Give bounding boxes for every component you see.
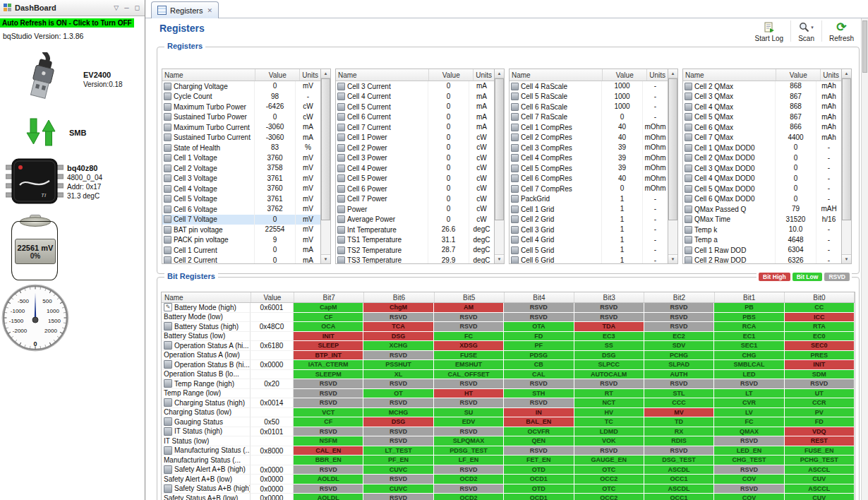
- register-row[interactable]: Cell 4 CompRes39mOhm: [510, 153, 668, 164]
- bit-register-row[interactable]: Safety Alert A+B (low)0x0000AOLDLRSVDOCD…: [162, 475, 855, 484]
- register-row[interactable]: Power0cW: [336, 204, 494, 215]
- bit-register-row[interactable]: IT Status (low)NSFMRSVDSLPQMAXQENVOKRDIS…: [162, 436, 855, 446]
- register-row[interactable]: Cell 3 Voltage3761mV: [162, 174, 320, 184]
- register-row[interactable]: Cell 6 Current0mA: [336, 112, 494, 123]
- register-row[interactable]: Cell 1 Voltage3760mV: [162, 153, 320, 164]
- bit-register-row[interactable]: Safety Alert A+B (high)0x0000RSVDCUVCRSV…: [162, 465, 855, 475]
- register-row[interactable]: Cell 5 CompRes39mOhm: [510, 163, 668, 174]
- register-row[interactable]: Cell 6 Power0cW: [336, 184, 494, 194]
- register-row[interactable]: Cell 2 QMax DOD00-: [683, 153, 841, 164]
- bit-register-row[interactable]: Operation Status A (hi...0x6180SLEEPXCHG…: [162, 341, 855, 351]
- register-row[interactable]: PackGrid1-: [510, 194, 668, 205]
- scan-button[interactable]: ▾ Scan: [792, 18, 821, 44]
- register-row[interactable]: Cell 1 Grid1-: [510, 204, 668, 215]
- register-row[interactable]: Cell 2 Current0mA: [162, 256, 320, 264]
- bit-register-row[interactable]: IT Status (high)0x0101RSVDRSVDRSVDOCVFRL…: [162, 427, 855, 437]
- bit-register-row[interactable]: Safety Status A+B (high)0x0000RSVDCUVCRS…: [162, 484, 855, 494]
- scroll-thumb[interactable]: [668, 78, 677, 220]
- register-row[interactable]: Temp k10.0-: [683, 225, 841, 235]
- bit-register-row[interactable]: Battery Mode (low)CFRSVDRSVDRSVDRSVDRSVD…: [162, 313, 855, 323]
- register-row[interactable]: Cell 4 QMax868mAh: [683, 102, 841, 112]
- register-row[interactable]: Cell 5 Current0mA: [336, 102, 494, 112]
- register-row[interactable]: Cell 3 Grid1-: [510, 225, 668, 235]
- register-row[interactable]: Cell 2 Power0cW: [336, 143, 494, 153]
- scroll-down-icon[interactable]: ▼: [321, 254, 330, 263]
- register-row[interactable]: Cell 7 Current0mA: [336, 122, 494, 133]
- register-row[interactable]: Cell 7 CompRes0mOhm: [510, 184, 668, 194]
- auto-refresh-toggle[interactable]: Auto Refresh is ON - Click to Turn OFF: [0, 18, 134, 28]
- register-row[interactable]: Cell 6 QMax DOD00-: [683, 194, 841, 205]
- bit-register-row[interactable]: Safety Status A+B (low)0x0000AOLDLRSVDOC…: [162, 494, 855, 500]
- register-row[interactable]: Cell 4 Grid1-: [510, 235, 668, 246]
- view-menu-icon[interactable]: ▽: [112, 1, 120, 15]
- register-row[interactable]: PACK pin voltage9mV: [162, 235, 320, 246]
- register-row[interactable]: Maximum Turbo Power-6426cW: [162, 102, 320, 112]
- register-row[interactable]: Cell 2 CompRes40mOhm: [510, 133, 668, 143]
- main-scrollbar[interactable]: [861, 18, 868, 500]
- scroll-up-icon[interactable]: ▲: [495, 69, 504, 78]
- bit-register-row[interactable]: ✎Battery Mode (high)0x6001CapMChgMAMRSVD…: [162, 303, 855, 313]
- minimize-icon[interactable]: ─: [123, 1, 130, 15]
- scroll-thumb[interactable]: [321, 78, 330, 220]
- register-row[interactable]: Cell 4 Voltage3760mV: [162, 184, 320, 194]
- bit-register-row[interactable]: Charging Status (high)0x0014RSVDRSVDRSVD…: [162, 398, 855, 408]
- register-row[interactable]: Cell 1 Current0mA: [162, 245, 320, 256]
- register-row[interactable]: Cell 7 QMax4400mAh: [683, 133, 841, 143]
- table-scrollbar[interactable]: ▲▼: [841, 69, 851, 263]
- register-row[interactable]: Cell 6 Voltage3762mV: [162, 204, 320, 215]
- bit-register-row[interactable]: Manufacturing Status (...0x8000CAL_ENLT_…: [162, 446, 855, 456]
- register-row[interactable]: Cell 7 Power0cW: [336, 194, 494, 205]
- register-row[interactable]: Cell 3 Power0cW: [336, 153, 494, 164]
- register-row[interactable]: Cell 4 Power0cW: [336, 163, 494, 174]
- register-row[interactable]: Cell 5 RaScale1000-: [510, 92, 668, 102]
- scan-dropdown-icon[interactable]: ▾: [811, 25, 814, 30]
- register-row[interactable]: TS3 Temperature29.9degC: [336, 256, 494, 264]
- register-row[interactable]: Cell 6 QMax866mAh: [683, 122, 841, 133]
- scroll-thumb[interactable]: [842, 78, 851, 220]
- scroll-up-icon[interactable]: ▲: [321, 69, 330, 78]
- register-row[interactable]: QMax Time31520h/16: [683, 215, 841, 225]
- register-row[interactable]: Maximum Turbo Current-3060mA: [162, 122, 320, 133]
- bit-register-row[interactable]: Operation Status A (low)BTP_INTRSVDFUSEP…: [162, 351, 855, 361]
- start-log-button[interactable]: Start Log: [749, 18, 790, 44]
- register-row[interactable]: Int Temperature26.6degC: [336, 225, 494, 235]
- register-row[interactable]: BAT pin voltage22554mV: [162, 225, 320, 235]
- register-row[interactable]: Cell 7 RaScale0-: [510, 112, 668, 123]
- scroll-down-icon[interactable]: ▼: [668, 254, 677, 263]
- bit-register-row[interactable]: Temp Range (high)0x20RSVDRSVDRSVDRSVDRSV…: [162, 379, 855, 389]
- scroll-thumb[interactable]: [495, 78, 504, 220]
- register-row[interactable]: Cell 4 RaScale1000-: [510, 81, 668, 92]
- bit-register-row[interactable]: Charging Status (low)VCTMCHGSUINHVMVLVPV: [162, 408, 855, 418]
- register-row[interactable]: Cell 5 Voltage3761mV: [162, 194, 320, 205]
- register-row[interactable]: Cell 5 Grid1-: [510, 245, 668, 256]
- register-row[interactable]: Cell 4 QMax DOD00-: [683, 174, 841, 184]
- register-row[interactable]: Cell 3 QMax867mAh: [683, 92, 841, 102]
- register-row[interactable]: Cell 1 CompRes40mOhm: [510, 122, 668, 133]
- register-row[interactable]: Sustained Turbo Current-3060mA: [162, 133, 320, 143]
- main-scroll-thumb[interactable]: [862, 20, 867, 73]
- register-row[interactable]: Cell 5 QMax867mAh: [683, 112, 841, 123]
- register-row[interactable]: Cell 6 CompRes40mOhm: [510, 174, 668, 184]
- register-row[interactable]: Cycle Count98-: [162, 92, 320, 102]
- register-row[interactable]: QMax Passed Q79mAH: [683, 204, 841, 215]
- bit-register-row[interactable]: Operation Status B (lo...SLEEPMXLCAL_OFF…: [162, 370, 855, 380]
- bit-register-row[interactable]: Gauging Status0x50CFDSGEDVBAL_ENTCTDFCFD: [162, 417, 855, 427]
- register-row[interactable]: Cell 7 Voltage0mV: [162, 215, 320, 225]
- register-row[interactable]: Charging Voltage0mV: [162, 81, 320, 92]
- scroll-down-icon[interactable]: ▼: [495, 254, 504, 263]
- refresh-button[interactable]: ⟳ Refresh: [823, 18, 860, 44]
- scroll-up-icon[interactable]: ▲: [668, 69, 677, 78]
- bit-register-row[interactable]: Operation Status B (hi...0x0000IATA_CTER…: [162, 360, 855, 370]
- scroll-up-icon[interactable]: ▲: [842, 69, 851, 78]
- register-row[interactable]: TS2 Temperature28.7degC: [336, 245, 494, 256]
- scroll-down-icon[interactable]: ▼: [842, 254, 851, 263]
- register-row[interactable]: Cell 2 Grid1-: [510, 215, 668, 225]
- register-row[interactable]: Cell 3 QMax DOD00-: [683, 163, 841, 174]
- register-row[interactable]: Average Power0cW: [336, 215, 494, 225]
- register-row[interactable]: State of Health83%: [162, 143, 320, 153]
- register-row[interactable]: Cell 1 QMax DOD00-: [683, 143, 841, 153]
- tab-registers[interactable]: Registers ✕: [151, 1, 219, 18]
- register-row[interactable]: Sustained Turbo Power0cW: [162, 112, 320, 123]
- register-row[interactable]: Cell 3 CompRes39mOhm: [510, 143, 668, 153]
- table-scrollbar[interactable]: ▲▼: [668, 69, 677, 263]
